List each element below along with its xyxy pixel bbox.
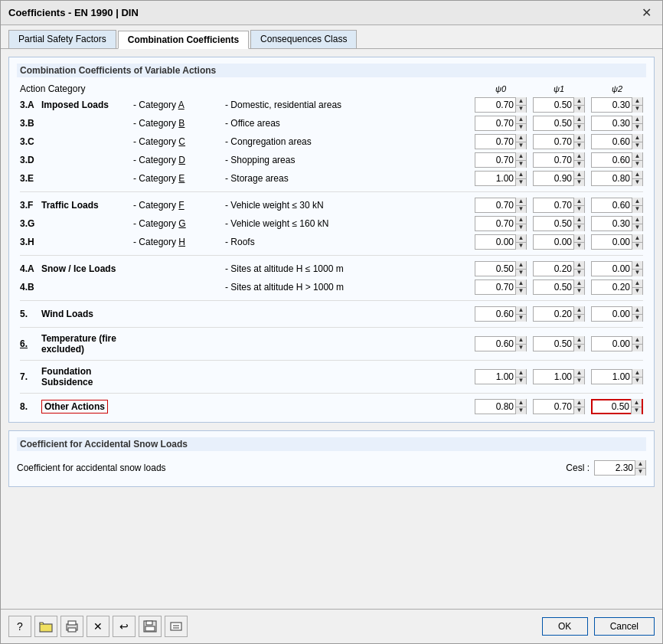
psi2-down-2[interactable]: ▼ <box>632 142 642 150</box>
psi1-spinner-0[interactable]: 0.50 ▲ ▼ <box>533 97 585 113</box>
psi2-up-11[interactable]: ▲ <box>632 336 642 345</box>
psi0-spinner-5[interactable]: 0.70 ▲ ▼ <box>475 198 527 213</box>
psi2-down-3[interactable]: ▼ <box>632 161 642 168</box>
psi1-up-5[interactable]: ▲ <box>574 198 584 206</box>
psi1-down-12[interactable]: ▼ <box>574 378 584 385</box>
psi0-up-12[interactable]: ▲ <box>516 369 526 378</box>
cancel-button[interactable]: Cancel <box>594 617 655 636</box>
psi1-spinner-1[interactable]: 0.50 ▲ ▼ <box>533 116 585 131</box>
psi1-up-9[interactable]: ▲ <box>574 280 584 288</box>
psi1-spinner-4[interactable]: 0.90 ▲ ▼ <box>533 171 585 186</box>
cesl-spinner[interactable]: 2.30 ▲ ▼ <box>594 460 646 476</box>
psi0-spinner-12[interactable]: 1.00 ▲ ▼ <box>475 369 527 384</box>
close-button[interactable]: ✕ <box>639 5 655 20</box>
psi0-up-0[interactable]: ▲ <box>516 97 526 106</box>
psi0-down-1[interactable]: ▼ <box>516 124 526 132</box>
psi1-spinner-9[interactable]: 0.50 ▲ ▼ <box>533 280 585 295</box>
psi1-down-8[interactable]: ▼ <box>574 270 584 277</box>
psi1-down-10[interactable]: ▼ <box>574 315 584 322</box>
psi1-down-2[interactable]: ▼ <box>574 142 584 150</box>
psi2-up-0[interactable]: ▲ <box>632 97 642 106</box>
psi2-down-5[interactable]: ▼ <box>632 206 642 214</box>
tab-combination[interactable]: Combination Coefficients <box>118 31 249 49</box>
psi2-spinner-1[interactable]: 0.30 ▲ ▼ <box>591 116 643 131</box>
psi1-up-2[interactable]: ▲ <box>574 134 584 142</box>
psi2-spinner-10[interactable]: 0.00 ▲ ▼ <box>591 306 643 322</box>
psi1-spinner-7[interactable]: 0.00 ▲ ▼ <box>533 234 585 250</box>
psi1-up-4[interactable]: ▲ <box>574 171 584 179</box>
psi0-up-5[interactable]: ▲ <box>516 198 526 206</box>
delete-button[interactable]: ✕ <box>87 616 109 637</box>
psi2-up-13[interactable]: ▲ <box>632 399 642 407</box>
psi0-spinner-10[interactable]: 0.60 ▲ ▼ <box>475 306 527 322</box>
psi0-spinner-7[interactable]: 0.00 ▲ ▼ <box>475 234 527 250</box>
psi1-up-0[interactable]: ▲ <box>574 97 584 106</box>
psi1-down-7[interactable]: ▼ <box>574 243 584 250</box>
psi2-down-11[interactable]: ▼ <box>632 345 642 352</box>
psi2-up-8[interactable]: ▲ <box>632 261 642 270</box>
psi1-up-11[interactable]: ▲ <box>574 336 584 345</box>
psi1-down-0[interactable]: ▼ <box>574 106 584 113</box>
psi2-down-7[interactable]: ▼ <box>632 243 642 250</box>
psi1-spinner-12[interactable]: 1.00 ▲ ▼ <box>533 369 585 384</box>
psi2-spinner-4[interactable]: 0.80 ▲ ▼ <box>591 171 643 186</box>
undo-button[interactable]: ↩ <box>113 616 136 637</box>
psi2-up-12[interactable]: ▲ <box>632 369 642 378</box>
psi1-down-5[interactable]: ▼ <box>574 206 584 214</box>
psi0-up-6[interactable]: ▲ <box>516 216 526 224</box>
psi0-spinner-0[interactable]: 0.70 ▲ ▼ <box>475 97 527 113</box>
psi0-up-10[interactable]: ▲ <box>516 306 526 315</box>
psi1-up-1[interactable]: ▲ <box>574 116 584 124</box>
psi0-spinner-3[interactable]: 0.70 ▲ ▼ <box>475 152 527 168</box>
psi2-up-10[interactable]: ▲ <box>632 306 642 315</box>
cesl-up-arrow[interactable]: ▲ <box>635 460 645 469</box>
psi0-down-13[interactable]: ▼ <box>516 407 526 415</box>
psi0-down-6[interactable]: ▼ <box>516 224 526 232</box>
psi0-down-7[interactable]: ▼ <box>516 243 526 250</box>
tab-partial-safety[interactable]: Partial Safety Factors <box>8 30 116 48</box>
psi2-spinner-7[interactable]: 0.00 ▲ ▼ <box>591 234 643 250</box>
psi2-up-7[interactable]: ▲ <box>632 234 642 243</box>
psi0-up-2[interactable]: ▲ <box>516 134 526 142</box>
psi1-down-6[interactable]: ▼ <box>574 224 584 232</box>
psi2-up-1[interactable]: ▲ <box>632 116 642 124</box>
psi2-down-8[interactable]: ▼ <box>632 270 642 277</box>
psi1-down-13[interactable]: ▼ <box>574 407 584 415</box>
psi2-spinner-0[interactable]: 0.30 ▲ ▼ <box>591 97 643 113</box>
psi2-up-5[interactable]: ▲ <box>632 198 642 206</box>
psi1-up-6[interactable]: ▲ <box>574 216 584 224</box>
psi0-spinner-11[interactable]: 0.60 ▲ ▼ <box>475 336 527 351</box>
help-button[interactable]: ? <box>8 616 31 637</box>
psi0-up-7[interactable]: ▲ <box>516 234 526 243</box>
psi0-spinner-4[interactable]: 1.00 ▲ ▼ <box>475 171 527 186</box>
psi2-up-9[interactable]: ▲ <box>632 280 642 288</box>
psi0-up-13[interactable]: ▲ <box>516 399 526 407</box>
psi0-down-4[interactable]: ▼ <box>516 179 526 187</box>
psi2-up-6[interactable]: ▲ <box>632 216 642 224</box>
psi2-down-12[interactable]: ▼ <box>632 378 642 385</box>
psi1-down-9[interactable]: ▼ <box>574 288 584 296</box>
psi2-spinner-6[interactable]: 0.30 ▲ ▼ <box>591 216 643 231</box>
tab-consequences[interactable]: Consequences Class <box>250 30 357 48</box>
psi0-up-1[interactable]: ▲ <box>516 116 526 124</box>
psi0-up-3[interactable]: ▲ <box>516 152 526 161</box>
psi1-down-1[interactable]: ▼ <box>574 124 584 132</box>
open-button[interactable] <box>34 616 57 637</box>
psi0-up-8[interactable]: ▲ <box>516 261 526 270</box>
psi2-down-13[interactable]: ▼ <box>632 407 642 415</box>
psi1-spinner-5[interactable]: 0.70 ▲ ▼ <box>533 198 585 213</box>
psi1-down-4[interactable]: ▼ <box>574 179 584 187</box>
psi2-spinner-3[interactable]: 0.60 ▲ ▼ <box>591 152 643 168</box>
psi0-up-9[interactable]: ▲ <box>516 280 526 288</box>
save-button[interactable] <box>139 616 162 637</box>
psi1-down-11[interactable]: ▼ <box>574 345 584 352</box>
psi2-down-1[interactable]: ▼ <box>632 124 642 132</box>
psi0-down-11[interactable]: ▼ <box>516 345 526 352</box>
psi1-spinner-8[interactable]: 0.20 ▲ ▼ <box>533 261 585 276</box>
psi2-spinner-12[interactable]: 1.00 ▲ ▼ <box>591 369 643 384</box>
psi2-up-2[interactable]: ▲ <box>632 134 642 142</box>
psi1-spinner-10[interactable]: 0.20 ▲ ▼ <box>533 306 585 322</box>
psi1-down-3[interactable]: ▼ <box>574 161 584 168</box>
psi0-spinner-6[interactable]: 0.70 ▲ ▼ <box>475 216 527 231</box>
print-button[interactable] <box>60 616 83 637</box>
